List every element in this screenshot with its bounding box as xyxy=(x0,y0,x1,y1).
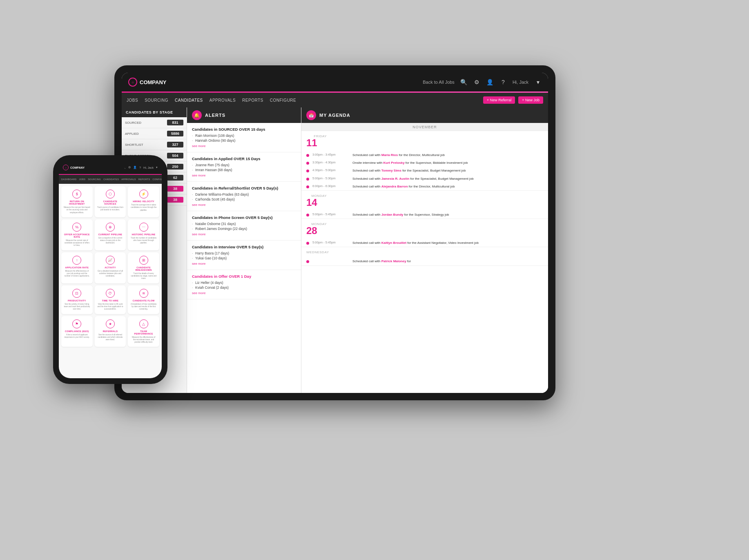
agenda-event-6: 5:00pm - 5:45pm Scheduled call with Jord… xyxy=(301,211,548,219)
event-desc-6: Scheduled call with Jordan Bundy for the… xyxy=(352,212,449,217)
event-dot-7 xyxy=(306,242,309,245)
nav-candidates[interactable]: CANDIDATES xyxy=(175,98,203,103)
alert-sourced-item2: Hannah Ordono (90 days) xyxy=(192,138,296,143)
nav-approvals[interactable]: APPROVALS xyxy=(210,98,236,103)
event-time-2: 3:30pm - 4:30pm xyxy=(312,161,349,164)
phone-card-10[interactable]: ⏱ TIME TO HIRE View the time taken to fi… xyxy=(95,286,126,314)
phone-card-8[interactable]: ⊞ CANDIDATE BREAKDOWN Track the details … xyxy=(128,252,159,283)
alerts-panel: 🔔 ALERTS Candidates in SOURCED OVER 15 d… xyxy=(187,107,301,393)
phone-device: ○ COMPANY Back to All Jobs 🔍 ⚙ 👤 ? Hi, J… xyxy=(53,155,167,384)
phone-card-title-3: OFFER ACCEPTANCE RATE xyxy=(64,233,90,238)
phone-card-2[interactable]: ⚡ HIRING VELOCITY Track the average time… xyxy=(128,186,159,217)
phone-card-desc-3: Measure the current rate of candidate ac… xyxy=(64,239,90,247)
stage-2nd-interview-count: 62 xyxy=(167,175,183,181)
phone-nav-candidates[interactable]: CANDIDATES xyxy=(103,178,119,181)
phone-nav-configure[interactable]: CONFIGURE xyxy=(152,178,162,181)
phone-card-desc-14: Measure the effectiveness of the recruit… xyxy=(130,336,157,344)
phone-card-title-2: HIRING VELOCITY xyxy=(133,200,154,203)
new-job-button[interactable]: + New Job xyxy=(518,96,543,104)
phone-card-11[interactable]: ≋ CANDIDATE FLOW A breakdown of how cand… xyxy=(128,286,159,314)
alert-group-phone-screen: Candidates in Phone Screen OVER 5 Day(s)… xyxy=(187,211,301,241)
phone-card-3[interactable]: % OFFER ACCEPTANCE RATE Measure the curr… xyxy=(61,219,93,250)
help-icon[interactable]: ? xyxy=(499,78,507,86)
phone-greeting: Hi, Jack xyxy=(143,166,154,169)
day-wednesday-label: WEDNESDAY xyxy=(306,250,327,254)
event-desc-5: Scheduled call with Alejandra Barron for… xyxy=(352,184,455,189)
event-dot-5 xyxy=(306,185,309,188)
agenda-event-3: 4:30pm - 5:00pm Scheduled call with Tomm… xyxy=(301,167,548,174)
phone-card-5[interactable]: ⋯ HISTORIC PIPELINE Track the number of … xyxy=(128,219,159,250)
phone-logo-text: COMPANY xyxy=(70,166,85,169)
alert-applied-see-more[interactable]: see more xyxy=(192,174,296,177)
agenda-event-5: 6:00pm - 6:30pm Scheduled call with Alej… xyxy=(301,183,548,190)
phone-card-6[interactable]: ↑ APPLICATION RATE Measure the effective… xyxy=(61,252,93,283)
new-referral-button[interactable]: + New Referral xyxy=(483,96,515,104)
nav-reports[interactable]: REPORTS xyxy=(242,98,263,103)
alert-phone-screen-title: Candidates in Phone Screen OVER 5 Day(s) xyxy=(192,215,296,220)
user-icon[interactable]: 👤 xyxy=(486,78,494,86)
phone-nav-reports[interactable]: REPORTS xyxy=(138,178,150,181)
phone-card-title-1: CANDIDATE SOURCES xyxy=(97,200,124,205)
stage-shortlist: SHORTLIST 327 xyxy=(122,139,187,150)
alert-phone-screen-see-more[interactable]: see more xyxy=(192,232,296,236)
phone-card-13[interactable]: ★ REFERRALS See the source of all referr… xyxy=(95,316,126,347)
phone-card-14[interactable]: △ TEAM PERFORMANCE Measure the effective… xyxy=(128,316,159,347)
back-to-jobs-link[interactable]: Back to All Jobs xyxy=(423,80,455,85)
candidates-by-stage-title: CANDIDATES BY STAGE xyxy=(122,107,187,117)
nav-sourcing[interactable]: SOURCING xyxy=(145,98,168,103)
phone-nav-dashboard[interactable]: DASHBOARD xyxy=(61,178,77,181)
phone-card-icon-14: △ xyxy=(139,319,148,328)
sub-nav-buttons: + New Referral + New Job xyxy=(483,96,543,104)
phone-nav-sourcing[interactable]: SOURCING xyxy=(88,178,101,181)
tablet-device: ○ COMPANY Back to All Jobs 🔍 ⚙ 👤 ? Hi, J… xyxy=(114,65,555,400)
stage-applied-label: APPLIED xyxy=(125,132,167,136)
alert-group-referral: Candidates in Referral/Shortlist OVER 5 … xyxy=(187,182,301,211)
phone-card-12[interactable]: ⚑ COMPLIANCE (EEO) A live a record of ap… xyxy=(61,316,93,347)
alert-referral-see-more[interactable]: see more xyxy=(192,203,296,207)
phone-card-9[interactable]: ⊡ PRODUCTIVITY See the activity of every… xyxy=(61,286,93,314)
settings-icon[interactable]: ⚙ xyxy=(473,78,481,86)
stage-sourced: SOURCED 831 xyxy=(122,117,187,128)
phone-card-title-4: CURRENT PIPELINE xyxy=(98,233,122,236)
alert-applied-title: Candidates in Applied OVER 15 Days xyxy=(192,156,296,161)
phone-user-icon[interactable]: 👤 xyxy=(133,166,137,169)
phone-card-7[interactable]: 📈 ACTIVITY Get a detailed breakdown of a… xyxy=(95,252,126,283)
agenda-event-7: 5:00pm - 5:45pm Scheduled call with Kait… xyxy=(301,239,548,247)
alert-interview-see-more[interactable]: see more xyxy=(192,262,296,265)
phone-card-desc-8: Track the details of every candidates by… xyxy=(130,272,157,280)
event-desc-4: Scheduled call with Jamesia R. Austin fo… xyxy=(352,176,474,181)
phone-card-icon-10: ⏱ xyxy=(106,289,115,298)
phone-card-title-0: RETURN ON INVESTMENT xyxy=(64,200,90,205)
phone-card-icon-13: ★ xyxy=(106,319,115,328)
search-icon[interactable]: 🔍 xyxy=(460,78,468,86)
phone-card-title-14: TEAM PERFORMANCE xyxy=(130,330,157,335)
alert-group-offer: Candidates in Offer OVER 1 Day Liz Helle… xyxy=(187,270,301,299)
phone-card-desc-4: Get a snapshot of the current status of … xyxy=(97,237,124,245)
phone-cards-grid: $ RETURN ON INVESTMENT Measure the cost … xyxy=(61,186,159,347)
nav-configure[interactable]: CONFIGURE xyxy=(270,98,296,103)
phone-card-icon-11: ≋ xyxy=(139,289,148,298)
agenda-title: MY AGENDA xyxy=(319,113,350,118)
phone-card-0[interactable]: $ RETURN ON INVESTMENT Measure the cost … xyxy=(61,186,93,217)
stage-applied: APPLIED 5886 xyxy=(122,128,187,139)
alert-sourced-see-more[interactable]: see more xyxy=(192,144,296,148)
phone-subnav-links: DASHBOARD JOBS SOURCING CANDIDATES APPRO… xyxy=(61,178,162,181)
event-desc-3: Scheduled call with Tommy Sims for the S… xyxy=(352,168,466,173)
phone-card-icon-7: 📈 xyxy=(106,256,115,265)
phone-card-desc-7: Get a detailed breakdown of all activiti… xyxy=(97,270,124,278)
phone-nav-approvals[interactable]: APPROVALS xyxy=(121,178,136,181)
phone-settings-icon[interactable]: ⚙ xyxy=(128,166,131,169)
event-dot-2 xyxy=(306,162,309,165)
alert-offer-see-more[interactable]: see more xyxy=(192,291,296,295)
alert-group-sourced: Candidates in SOURCED OVER 15 days Rain … xyxy=(187,123,301,152)
chevron-down-icon[interactable]: ▾ xyxy=(534,78,542,86)
nav-jobs[interactable]: JOBS xyxy=(127,98,138,103)
phone-chevron-icon[interactable]: ▾ xyxy=(156,166,158,169)
phone-card-title-10: TIME TO HIRE xyxy=(102,299,118,302)
phone-help-icon[interactable]: ? xyxy=(139,166,141,169)
agenda-event-1: 3:00pm - 3:45pm Scheduled call with Mari… xyxy=(301,151,548,159)
phone-card-4[interactable]: ⊕ CURRENT PIPELINE Get a snapshot of the… xyxy=(95,219,126,250)
phone-nav-jobs[interactable]: JOBS xyxy=(79,178,86,181)
phone-card-desc-13: See the source of all referred candidate… xyxy=(97,334,124,341)
phone-card-1[interactable]: ⬡ CANDIDATE SOURCES Track source of cand… xyxy=(95,186,126,217)
